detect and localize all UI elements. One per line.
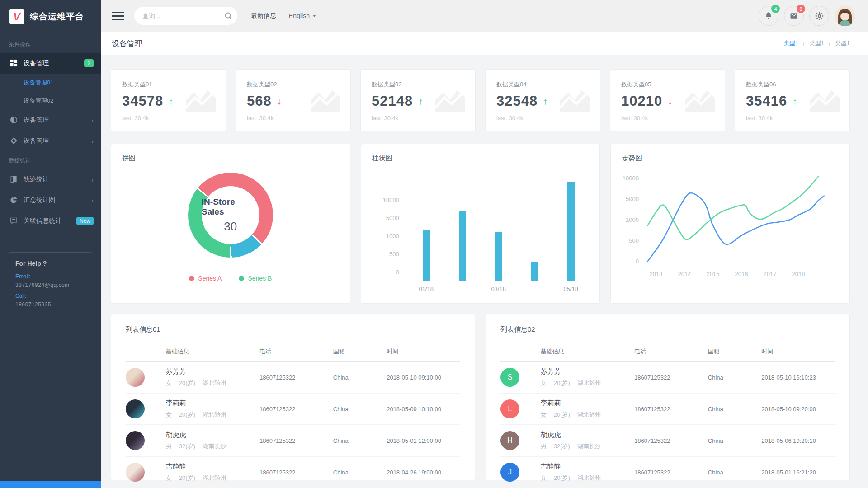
gear-icon [815, 11, 824, 21]
person-meta: 女20(岁)湖北随州 [541, 474, 634, 482]
help-title: For Help ? [15, 260, 85, 267]
bar-chart[interactable]: 0500100050001000001/1803/1805/18 [373, 174, 589, 292]
breadcrumb-item[interactable]: 类型1 [809, 39, 824, 47]
avatar [126, 368, 145, 387]
table-row[interactable]: 李莉莉女20(岁)湖北随州18607125322China2018-05-09 … [126, 393, 460, 425]
table-row[interactable]: J吉静静女20(岁)湖北随州18607125322China2018-05-01… [500, 456, 835, 488]
mail-icon [789, 11, 798, 20]
person-meta: 女20(岁)湖北随州 [541, 379, 634, 387]
column-header [126, 342, 166, 361]
column-header: 时间 [761, 342, 835, 361]
stat-value: 35416 [746, 93, 787, 109]
person-meta: 女20(岁)湖北随州 [541, 411, 634, 419]
sidebar-item-设备管理[interactable]: 设备管理› [0, 110, 101, 131]
breadcrumb-item[interactable]: 类型1 [783, 39, 798, 47]
letter-avatar: L [500, 399, 519, 418]
chevron-right-icon: › [91, 176, 94, 183]
person-name: 李莉莉 [166, 399, 259, 408]
language-label: English [289, 12, 310, 19]
letter-avatar: J [500, 463, 519, 482]
bar-ytick: 500 [373, 251, 399, 258]
breadcrumb-item[interactable]: 类型1 [835, 39, 850, 47]
column-header: 基础信息 [166, 342, 259, 361]
donut-center-value: 30 [224, 220, 237, 234]
sidebar-subitem-设备管理01[interactable]: 设备管理01 [0, 74, 101, 92]
line-chart[interactable]: 0500100050001000020132014201520162017201… [617, 171, 845, 287]
donut-chart[interactable]: IN-Store Sales 30 [188, 173, 273, 258]
sidebar-subitem-设备管理02[interactable]: 设备管理02 [0, 92, 101, 110]
help-call-label: Call: [15, 293, 85, 299]
sidebar-item-汇总统计图[interactable]: 汇总统计图› [0, 190, 101, 211]
chevron-down-icon [312, 15, 316, 17]
line-chart-title: 走势图 [611, 144, 849, 163]
nation-cell: China [333, 361, 387, 393]
legend-item-Series-B[interactable]: Series B [239, 275, 272, 282]
table-header-row: 基础信息电话国籍时间 [126, 342, 460, 361]
stat-last: last: 30.4k [621, 115, 716, 122]
user-avatar[interactable] [835, 5, 855, 26]
legend-label: Series B [248, 275, 272, 282]
diamond-icon [10, 137, 18, 145]
column-header: 国籍 [333, 342, 387, 361]
list-title-01: 列表信息01 [126, 325, 460, 334]
avatar-cell [126, 425, 166, 456]
table-row[interactable]: 吉静静女20(岁)湖北随州18607125322China2018-04-26 … [126, 456, 460, 488]
time-cell: 2018-05-10 16:10:23 [761, 361, 835, 393]
sidebar-item-label: 设备管理 [24, 59, 84, 67]
legend-item-Series-A[interactable]: Series A [189, 275, 222, 282]
pie-chart: IN-Store Sales 30 Series ASeries B [111, 163, 350, 282]
stat-card-数据类型02: 数据类型02568↓last: 30.4k [236, 69, 351, 131]
table-row[interactable]: 苏芳芳女20(岁)湖北随州18607125322China2018-05-10 … [126, 361, 460, 393]
bar-05/18[interactable] [567, 182, 575, 281]
bar-04/18[interactable] [531, 262, 538, 281]
trend-up-icon: ↑ [169, 96, 173, 107]
legend-dot [189, 276, 194, 281]
latest-info-link[interactable]: 最新信息 [251, 12, 276, 20]
settings-button[interactable] [809, 6, 829, 26]
pie-chart-card: 饼图 IN-Store Sales 30 Series ASeries B [111, 144, 350, 304]
stat-card-数据类型01: 数据类型0134578↑last: 30.4k [111, 69, 226, 131]
search-input[interactable] [142, 12, 224, 19]
table-row[interactable]: H胡虎虎男32(岁)湖南长沙18607125322China2018-05-06… [500, 425, 835, 456]
language-dropdown[interactable]: English [289, 12, 316, 19]
sparkline-icon [683, 87, 717, 114]
sidebar-item-关联信息统计[interactable]: 关联信息统计New [0, 211, 101, 231]
sidebar-item-设备管理[interactable]: 设备管理› [0, 131, 101, 151]
app-logo-icon: V [9, 9, 24, 24]
legend-dot [239, 276, 244, 281]
messages-button[interactable]: 8 [784, 6, 804, 26]
app-logo: V 综合运维平台 [0, 0, 101, 35]
columns-icon [10, 175, 18, 183]
notifications-badge: 4 [771, 5, 780, 13]
stat-value: 32548 [496, 93, 538, 109]
sidebar-item-label: 汇总统计图 [24, 196, 91, 204]
sidebar-badge: 2 [84, 59, 94, 67]
bar-03/18[interactable] [495, 232, 502, 281]
bar-02/18[interactable] [459, 211, 466, 281]
sparkline-icon [558, 87, 592, 114]
notifications-button[interactable]: 4 [759, 6, 778, 26]
sidebar-item-设备管理[interactable]: 设备管理2 [0, 53, 101, 74]
basic-info-cell: 苏芳芳女20(岁)湖北随州 [541, 361, 634, 393]
table-row[interactable]: S苏芳芳女20(岁)湖北随州18607125322China2018-05-10… [500, 361, 835, 393]
nation-cell: China [333, 393, 387, 425]
bar-ytick: 0 [373, 269, 399, 276]
avatar-cell: L [500, 393, 541, 425]
bar-plot [408, 174, 589, 281]
table-row[interactable]: L李莉莉女20(岁)湖北随州18607125322China2018-05-10… [500, 393, 835, 425]
stat-last: last: 30.4k [746, 115, 840, 122]
line-xtick: 2017 [764, 271, 777, 277]
avatar-cell [126, 361, 166, 393]
message-icon [10, 217, 18, 225]
sidebar-item-轨迹统计[interactable]: 轨迹统计› [0, 169, 101, 190]
search-box [134, 7, 237, 25]
sidebar-item-label: 设备管理 [24, 137, 91, 145]
table-row[interactable]: 胡虎虎男32(岁)湖南长沙18607125322China2018-05-01 … [126, 425, 460, 456]
person-name: 李莉莉 [541, 399, 634, 408]
menu-toggle-icon[interactable] [112, 9, 124, 23]
person-name: 胡虎虎 [166, 431, 259, 439]
bar-01/18[interactable] [423, 230, 430, 281]
person-name: 吉静静 [541, 462, 634, 471]
content: 数据类型0134578↑last: 30.4k数据类型02568↓last: 3… [101, 55, 868, 488]
search-icon[interactable] [224, 12, 232, 20]
